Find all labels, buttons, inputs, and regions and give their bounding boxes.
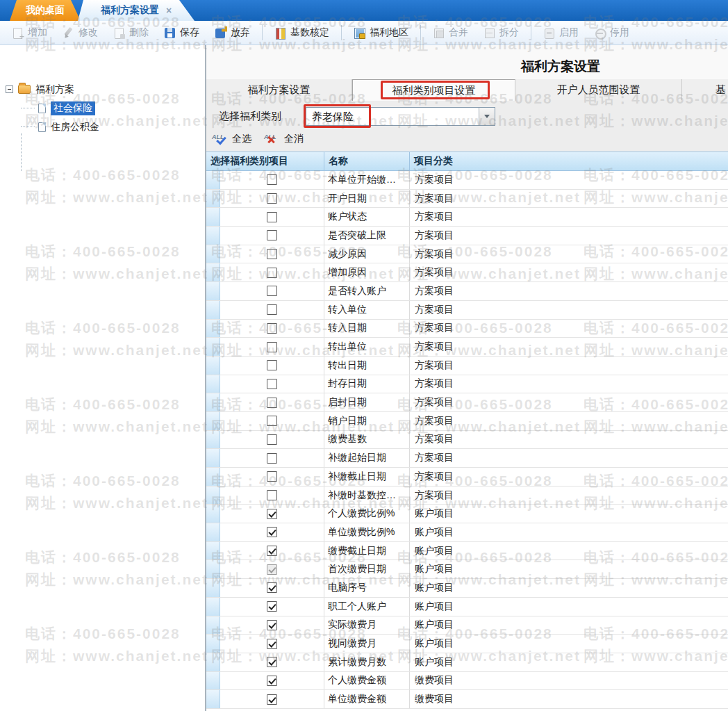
row-checkbox[interactable] [267, 620, 277, 630]
item-name: 开户日期 [324, 190, 410, 208]
row-checkbox[interactable] [267, 230, 277, 240]
row-header[interactable] [206, 579, 220, 597]
row-header[interactable] [206, 487, 220, 505]
row-header[interactable] [206, 357, 220, 375]
row-checkbox[interactable] [267, 434, 277, 445]
row-header[interactable] [206, 227, 220, 245]
tree-node-social-insurance[interactable]: 社会保险 [0, 99, 205, 117]
row-header[interactable] [206, 282, 220, 300]
column-header-select[interactable]: 选择福利类别项目 [206, 152, 324, 170]
row-checkbox[interactable] [267, 527, 277, 537]
row-checkbox[interactable] [267, 212, 277, 222]
row-header[interactable] [206, 653, 220, 671]
settings-tab-2[interactable]: 开户人员范围设置 [515, 79, 682, 100]
row-checkbox[interactable] [267, 249, 277, 259]
settings-tab-1[interactable]: 福利类别项目设置 [352, 79, 515, 101]
row-header[interactable] [206, 616, 220, 635]
row-header[interactable] [206, 542, 220, 560]
checkbox-cell [220, 375, 324, 393]
close-icon[interactable]: × [166, 6, 172, 15]
toolbar-button-save[interactable]: 保存 [156, 23, 207, 42]
row-checkbox[interactable] [267, 676, 277, 686]
tree-node-housing-fund[interactable]: 住房公积金 [0, 117, 205, 136]
row-header[interactable] [206, 171, 220, 189]
row-header[interactable] [206, 245, 220, 263]
checkbox-cell [220, 616, 324, 635]
row-checkbox[interactable] [267, 453, 277, 464]
row-checkbox[interactable] [267, 268, 277, 278]
toolbar-separator [420, 25, 421, 40]
row-checkbox[interactable] [267, 342, 277, 352]
row-header[interactable] [206, 412, 220, 430]
selection-buttons-row: ALL 全选 ALL 全消 [212, 130, 304, 148]
category-select[interactable]: 养老保险 [306, 107, 495, 126]
item-category: 方案项目 [410, 171, 728, 189]
checkbox-cell [220, 393, 324, 411]
settings-tab-label: 福利类别项目设置 [392, 84, 476, 97]
toolbar-button-discard[interactable]: 放弃 [207, 23, 258, 42]
row-checkbox[interactable] [267, 360, 277, 370]
toolbar-button-welfare-region[interactable]: 福利地区 [346, 23, 416, 42]
row-header[interactable] [206, 505, 220, 523]
row-header[interactable] [206, 375, 220, 393]
chevron-down-icon[interactable] [479, 108, 495, 125]
row-checkbox[interactable] [267, 471, 277, 482]
row-checkbox[interactable] [267, 509, 277, 519]
row-checkbox[interactable] [267, 304, 277, 315]
row-header[interactable] [206, 320, 220, 338]
row-header[interactable] [206, 190, 220, 208]
row-header[interactable] [206, 672, 220, 690]
tree-node-welfare-plan[interactable]: 福利方案 [0, 80, 205, 99]
checkbox-cell [220, 449, 324, 467]
select-all-button[interactable]: ALL 全选 [212, 133, 251, 145]
collapse-icon[interactable] [6, 85, 13, 93]
row-checkbox[interactable] [267, 694, 277, 705]
row-header[interactable] [206, 431, 220, 449]
row-header[interactable] [206, 560, 220, 578]
row-checkbox[interactable] [267, 193, 277, 204]
row-checkbox[interactable] [267, 582, 277, 593]
row-checkbox[interactable] [267, 490, 277, 500]
row-header[interactable] [206, 208, 220, 226]
row-header[interactable] [206, 468, 220, 486]
checkbox-cell [220, 431, 324, 449]
settings-tab-3[interactable]: 基 [682, 79, 728, 100]
row-checkbox[interactable] [267, 323, 277, 334]
column-header-name[interactable]: 名称 [324, 152, 410, 170]
item-name: 账户状态 [324, 208, 410, 226]
column-header-category[interactable]: 项目分类 [410, 152, 728, 170]
row-header[interactable] [206, 449, 220, 467]
item-category: 方案项目 [410, 393, 728, 411]
settings-tab-0[interactable]: 福利方案设置 [206, 79, 352, 100]
row-checkbox[interactable] [267, 601, 277, 612]
row-checkbox[interactable] [267, 398, 277, 408]
checkbox-cell [220, 208, 324, 226]
row-header[interactable] [206, 301, 220, 319]
row-header[interactable] [206, 635, 220, 653]
item-category: 方案项目 [410, 263, 728, 281]
row-header[interactable] [206, 393, 220, 411]
deselect-all-button[interactable]: ALL 全消 [264, 133, 304, 145]
row-checkbox[interactable] [267, 546, 277, 556]
all-x-icon: ALL [264, 133, 281, 145]
toolbar-separator [531, 25, 531, 40]
row-header[interactable] [206, 263, 220, 281]
row-checkbox[interactable] [267, 416, 277, 426]
toolbar-button-label: 删除 [129, 26, 149, 39]
toolbar-button-base-verify[interactable]: 基数核定 [267, 23, 337, 42]
row-checkbox[interactable] [267, 286, 277, 296]
toolbar-button-merge: 合并 [425, 23, 476, 42]
row-checkbox[interactable] [267, 379, 277, 389]
row-header[interactable] [206, 690, 220, 708]
row-header[interactable] [206, 523, 220, 541]
row-checkbox[interactable] [267, 639, 277, 649]
row-checkbox[interactable] [267, 657, 277, 667]
window-tab-welfare-plan[interactable]: 福利方案设置 × [78, 0, 195, 21]
checkbox-cell [220, 635, 324, 653]
row-header[interactable] [206, 598, 220, 616]
window-tab-desktop[interactable]: 我的桌面 [10, 0, 81, 21]
window-tab-bar: 我的桌面 福利方案设置 × [0, 0, 728, 21]
toolbar-button-label: 停用 [610, 26, 629, 39]
row-header[interactable] [206, 338, 220, 356]
row-checkbox[interactable] [267, 174, 277, 185]
